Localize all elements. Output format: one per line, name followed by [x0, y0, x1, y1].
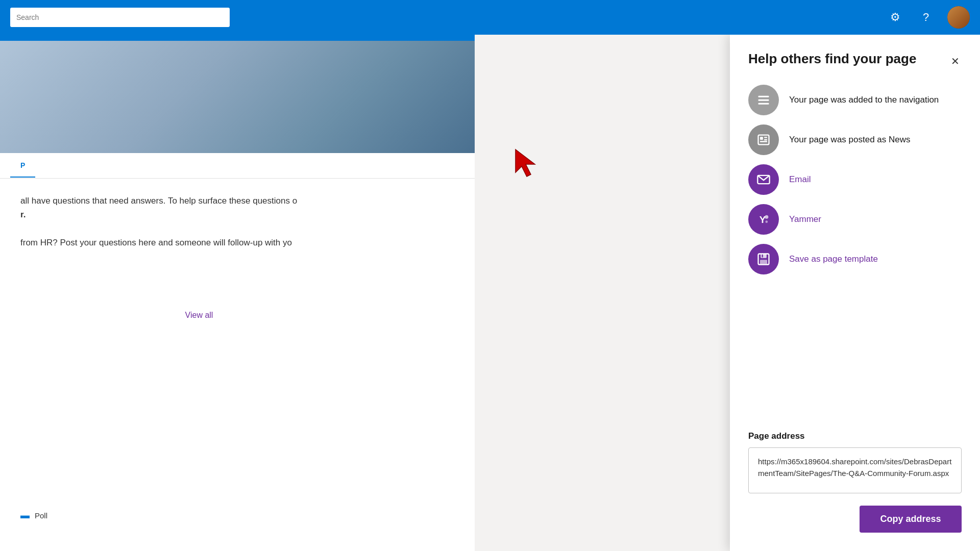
- menu-icon: [756, 93, 771, 107]
- svg-rect-6: [764, 139, 767, 140]
- svg-rect-15: [762, 255, 763, 258]
- settings-icon[interactable]: ⚙: [886, 8, 904, 27]
- nav-left: [10, 8, 230, 27]
- email-icon: [748, 164, 779, 195]
- panel-close-button[interactable]: ✕: [949, 53, 962, 69]
- search-box-container[interactable]: [10, 8, 230, 27]
- navigation-label: Your page was added to the navigation: [789, 95, 939, 105]
- svg-rect-3: [758, 135, 769, 145]
- help-icon[interactable]: ?: [917, 8, 935, 27]
- nav-right: ⚙ ?: [886, 6, 970, 29]
- action-item-email[interactable]: Email: [748, 164, 962, 195]
- content-line2: r.: [20, 210, 26, 219]
- page-address-label: Page address: [748, 431, 962, 441]
- svg-rect-4: [760, 137, 763, 140]
- action-list: Your page was added to the navigation Yo…: [748, 85, 962, 274]
- template-label: Save as page template: [789, 254, 878, 264]
- svg-rect-2: [758, 103, 769, 105]
- svg-marker-16: [516, 149, 535, 177]
- navigation-icon: [748, 85, 779, 115]
- svg-rect-0: [758, 96, 769, 97]
- floppy-disk-icon: [756, 252, 771, 266]
- panel-title: Help others find your page: [748, 51, 916, 67]
- help-panel: Help others find your page ✕ Your page w…: [730, 35, 980, 551]
- red-cursor-icon: [510, 147, 541, 178]
- search-input[interactable]: [16, 13, 224, 21]
- svg-rect-13: [761, 254, 767, 258]
- page-area: P all have questions that need answers. …: [0, 35, 475, 551]
- yammer-icon: Y: [748, 204, 779, 235]
- bottom-section: ▬ Poll: [0, 500, 373, 551]
- yammer-logo-icon: Y: [756, 212, 771, 227]
- main-content: P all have questions that need answers. …: [0, 35, 980, 551]
- bottom-item-label: Poll: [35, 511, 47, 520]
- action-item-yammer[interactable]: Y Yammer: [748, 204, 962, 235]
- svg-rect-5: [764, 137, 767, 138]
- page-address-section: Page address Copy address: [748, 431, 962, 533]
- page-header-bar: [0, 35, 475, 41]
- email-envelope-icon: [756, 172, 771, 187]
- newspaper-icon: [756, 133, 771, 147]
- yammer-label: Yammer: [789, 214, 821, 224]
- svg-rect-1: [758, 99, 769, 101]
- action-item-news[interactable]: Your page was posted as News: [748, 124, 962, 155]
- list-bar-icon: ▬: [20, 510, 30, 521]
- svg-point-11: [766, 220, 768, 223]
- svg-rect-14: [760, 260, 767, 264]
- bottom-list-item: ▬ Poll: [20, 510, 352, 521]
- svg-rect-7: [760, 141, 767, 142]
- page-body: all have questions that need answers. To…: [0, 179, 475, 335]
- user-avatar[interactable]: [947, 6, 970, 29]
- content-line1: all have questions that need answers. To…: [20, 196, 297, 206]
- page-header-image: [0, 41, 475, 153]
- action-item-navigation[interactable]: Your page was added to the navigation: [748, 85, 962, 115]
- news-icon: [748, 124, 779, 155]
- page-tab-bar: P: [0, 153, 475, 179]
- panel-header: Help others find your page ✕: [748, 51, 962, 69]
- page-address-input[interactable]: [748, 447, 962, 493]
- news-label: Your page was posted as News: [789, 135, 911, 145]
- view-all-link[interactable]: View all: [20, 311, 378, 320]
- copy-address-button[interactable]: Copy address: [860, 506, 962, 533]
- action-item-template[interactable]: Save as page template: [748, 244, 962, 274]
- save-template-icon: [748, 244, 779, 274]
- avatar-image: [947, 6, 970, 29]
- email-label: Email: [789, 174, 811, 185]
- page-content: all have questions that need answers. To…: [20, 194, 439, 249]
- svg-text:Y: Y: [760, 214, 766, 225]
- top-navigation: ⚙ ?: [0, 0, 980, 35]
- content-line3: from HR? Post your questions here and so…: [20, 238, 292, 247]
- page-tab-p[interactable]: P: [10, 154, 35, 178]
- svg-point-10: [765, 215, 768, 219]
